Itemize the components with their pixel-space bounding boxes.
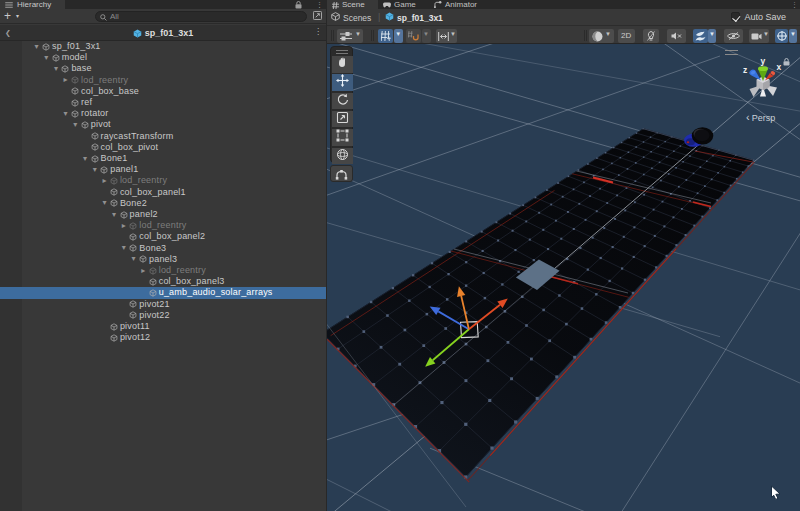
svg-text:y: y	[761, 56, 766, 66]
svg-text:x: x	[777, 62, 782, 72]
svg-text:z: z	[743, 65, 747, 75]
